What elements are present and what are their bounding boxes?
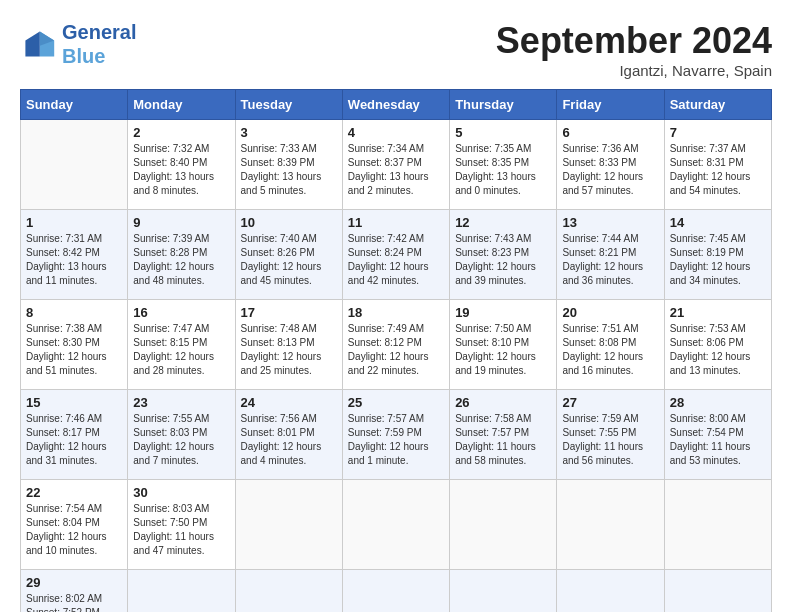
calendar-cell: 17Sunrise: 7:48 AMSunset: 8:13 PMDayligh… [235,300,342,390]
location: Igantzi, Navarre, Spain [496,62,772,79]
day-number: 9 [133,215,229,230]
calendar-cell: 11Sunrise: 7:42 AMSunset: 8:24 PMDayligh… [342,210,449,300]
cell-info: Sunrise: 7:36 AMSunset: 8:33 PMDaylight:… [562,142,658,198]
page-header: General Blue September 2024 Igantzi, Nav… [20,20,772,79]
day-number: 13 [562,215,658,230]
cell-info: Sunrise: 7:56 AMSunset: 8:01 PMDaylight:… [241,412,337,468]
cell-info: Sunrise: 7:51 AMSunset: 8:08 PMDaylight:… [562,322,658,378]
calendar-cell [342,480,449,570]
calendar-cell: 20Sunrise: 7:51 AMSunset: 8:08 PMDayligh… [557,300,664,390]
calendar-cell: 28Sunrise: 8:00 AMSunset: 7:54 PMDayligh… [664,390,771,480]
calendar-cell: 27Sunrise: 7:59 AMSunset: 7:55 PMDayligh… [557,390,664,480]
day-number: 16 [133,305,229,320]
cell-info: Sunrise: 7:42 AMSunset: 8:24 PMDaylight:… [348,232,444,288]
calendar-cell: 19Sunrise: 7:50 AMSunset: 8:10 PMDayligh… [450,300,557,390]
cell-info: Sunrise: 7:35 AMSunset: 8:35 PMDaylight:… [455,142,551,198]
day-number: 24 [241,395,337,410]
svg-marker-1 [25,31,39,56]
calendar-cell: 30Sunrise: 8:03 AMSunset: 7:50 PMDayligh… [128,480,235,570]
cell-info: Sunrise: 7:32 AMSunset: 8:40 PMDaylight:… [133,142,229,198]
col-header-friday: Friday [557,90,664,120]
calendar-cell: 14Sunrise: 7:45 AMSunset: 8:19 PMDayligh… [664,210,771,300]
calendar-cell [664,570,771,613]
day-number: 14 [670,215,766,230]
day-number: 27 [562,395,658,410]
cell-info: Sunrise: 7:57 AMSunset: 7:59 PMDaylight:… [348,412,444,468]
logo-text: General Blue [62,20,136,68]
cell-info: Sunrise: 8:00 AMSunset: 7:54 PMDaylight:… [670,412,766,468]
cell-info: Sunrise: 7:53 AMSunset: 8:06 PMDaylight:… [670,322,766,378]
cell-info: Sunrise: 8:02 AMSunset: 7:52 PMDaylight:… [26,592,122,612]
title-block: September 2024 Igantzi, Navarre, Spain [496,20,772,79]
calendar-cell: 25Sunrise: 7:57 AMSunset: 7:59 PMDayligh… [342,390,449,480]
cell-info: Sunrise: 8:03 AMSunset: 7:50 PMDaylight:… [133,502,229,558]
logo-icon [20,26,56,62]
calendar-cell [557,570,664,613]
day-number: 2 [133,125,229,140]
day-number: 23 [133,395,229,410]
cell-info: Sunrise: 7:40 AMSunset: 8:26 PMDaylight:… [241,232,337,288]
calendar-table: SundayMondayTuesdayWednesdayThursdayFrid… [20,89,772,612]
calendar-cell [235,480,342,570]
calendar-cell: 22Sunrise: 7:54 AMSunset: 8:04 PMDayligh… [21,480,128,570]
cell-info: Sunrise: 7:34 AMSunset: 8:37 PMDaylight:… [348,142,444,198]
day-number: 17 [241,305,337,320]
day-number: 19 [455,305,551,320]
cell-info: Sunrise: 7:31 AMSunset: 8:42 PMDaylight:… [26,232,122,288]
day-number: 29 [26,575,122,590]
calendar-cell: 15Sunrise: 7:46 AMSunset: 8:17 PMDayligh… [21,390,128,480]
cell-info: Sunrise: 7:55 AMSunset: 8:03 PMDaylight:… [133,412,229,468]
cell-info: Sunrise: 7:54 AMSunset: 8:04 PMDaylight:… [26,502,122,558]
cell-info: Sunrise: 7:47 AMSunset: 8:15 PMDaylight:… [133,322,229,378]
calendar-cell: 3Sunrise: 7:33 AMSunset: 8:39 PMDaylight… [235,120,342,210]
col-header-wednesday: Wednesday [342,90,449,120]
col-header-saturday: Saturday [664,90,771,120]
day-number: 6 [562,125,658,140]
calendar-cell [557,480,664,570]
calendar-cell: 29Sunrise: 8:02 AMSunset: 7:52 PMDayligh… [21,570,128,613]
cell-info: Sunrise: 7:49 AMSunset: 8:12 PMDaylight:… [348,322,444,378]
calendar-cell: 18Sunrise: 7:49 AMSunset: 8:12 PMDayligh… [342,300,449,390]
day-number: 3 [241,125,337,140]
calendar-cell: 8Sunrise: 7:38 AMSunset: 8:30 PMDaylight… [21,300,128,390]
calendar-cell: 13Sunrise: 7:44 AMSunset: 8:21 PMDayligh… [557,210,664,300]
cell-info: Sunrise: 7:59 AMSunset: 7:55 PMDaylight:… [562,412,658,468]
day-number: 15 [26,395,122,410]
calendar-cell: 26Sunrise: 7:58 AMSunset: 7:57 PMDayligh… [450,390,557,480]
cell-info: Sunrise: 7:37 AMSunset: 8:31 PMDaylight:… [670,142,766,198]
cell-info: Sunrise: 7:38 AMSunset: 8:30 PMDaylight:… [26,322,122,378]
cell-info: Sunrise: 7:46 AMSunset: 8:17 PMDaylight:… [26,412,122,468]
day-number: 28 [670,395,766,410]
calendar-cell [128,570,235,613]
calendar-cell: 1Sunrise: 7:31 AMSunset: 8:42 PMDaylight… [21,210,128,300]
day-number: 30 [133,485,229,500]
calendar-cell: 2Sunrise: 7:32 AMSunset: 8:40 PMDaylight… [128,120,235,210]
calendar-cell: 4Sunrise: 7:34 AMSunset: 8:37 PMDaylight… [342,120,449,210]
day-number: 8 [26,305,122,320]
calendar-cell [450,480,557,570]
cell-info: Sunrise: 7:45 AMSunset: 8:19 PMDaylight:… [670,232,766,288]
col-header-sunday: Sunday [21,90,128,120]
calendar-cell: 24Sunrise: 7:56 AMSunset: 8:01 PMDayligh… [235,390,342,480]
col-header-tuesday: Tuesday [235,90,342,120]
day-number: 7 [670,125,766,140]
day-number: 21 [670,305,766,320]
calendar-cell: 5Sunrise: 7:35 AMSunset: 8:35 PMDaylight… [450,120,557,210]
calendar-cell: 12Sunrise: 7:43 AMSunset: 8:23 PMDayligh… [450,210,557,300]
calendar-cell [21,120,128,210]
cell-info: Sunrise: 7:50 AMSunset: 8:10 PMDaylight:… [455,322,551,378]
day-number: 10 [241,215,337,230]
logo: General Blue [20,20,136,68]
col-header-monday: Monday [128,90,235,120]
calendar-cell [664,480,771,570]
calendar-cell [450,570,557,613]
calendar-cell: 21Sunrise: 7:53 AMSunset: 8:06 PMDayligh… [664,300,771,390]
cell-info: Sunrise: 7:48 AMSunset: 8:13 PMDaylight:… [241,322,337,378]
cell-info: Sunrise: 7:44 AMSunset: 8:21 PMDaylight:… [562,232,658,288]
day-number: 22 [26,485,122,500]
cell-info: Sunrise: 7:43 AMSunset: 8:23 PMDaylight:… [455,232,551,288]
calendar-cell: 16Sunrise: 7:47 AMSunset: 8:15 PMDayligh… [128,300,235,390]
calendar-cell: 7Sunrise: 7:37 AMSunset: 8:31 PMDaylight… [664,120,771,210]
calendar-cell: 9Sunrise: 7:39 AMSunset: 8:28 PMDaylight… [128,210,235,300]
calendar-cell [235,570,342,613]
